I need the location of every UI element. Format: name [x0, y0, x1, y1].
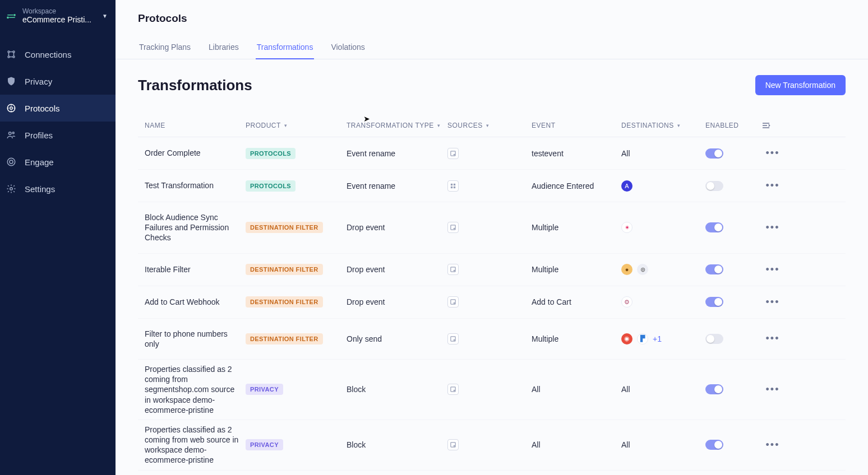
cell-sources [447, 264, 532, 275]
sidebar-item-label: Protocols [25, 104, 60, 113]
col-name[interactable]: NAME [145, 122, 246, 129]
table-settings-button[interactable] [761, 121, 784, 130]
sidebar-item-label: Engage [25, 157, 54, 167]
table-header: NAME PRODUCT▾ TRANSFORMATION TYPE▾ SOURC… [138, 114, 846, 137]
tab-transformations[interactable]: Transformations [256, 37, 315, 59]
col-sources[interactable]: SOURCES▾ [447, 122, 532, 129]
cell-sources [447, 180, 532, 192]
cell-name: Properties classified as 2 coming from w… [145, 425, 246, 465]
col-event[interactable]: EVENT [532, 122, 621, 129]
tab-libraries[interactable]: Libraries [207, 37, 240, 59]
cell-enabled [705, 222, 761, 232]
profiles-icon [6, 129, 17, 141]
product-badge: PROTOCOLS [246, 180, 296, 192]
enabled-toggle[interactable] [705, 222, 723, 232]
tab-violations[interactable]: Violations [330, 37, 366, 59]
svg-point-11 [10, 160, 13, 164]
product-badge: PRIVACY [246, 384, 283, 395]
row-actions-button[interactable]: ••• [761, 333, 784, 344]
cell-event: testevent [532, 149, 621, 158]
product-badge: PROTOCOLS [246, 148, 296, 159]
source-icon [447, 439, 459, 450]
new-transformation-button[interactable]: New Transformation [755, 75, 846, 95]
col-enabled[interactable]: ENABLED [705, 122, 761, 129]
cell-product: DESTINATION FILTER [246, 296, 347, 308]
enabled-toggle[interactable] [705, 440, 723, 450]
workspace-name: eCommerce Pristi... [22, 15, 96, 24]
enabled-toggle[interactable] [705, 384, 723, 394]
sidebar-item-label: Connections [25, 50, 71, 59]
cell-transformation-type: Event rename [347, 149, 447, 158]
cell-transformation-type: Drop event [347, 223, 447, 232]
section-title: Transformations [138, 77, 252, 94]
cell-transformation-type: Block [347, 440, 447, 449]
chevron-down-icon: ▼ [102, 13, 108, 19]
workspace-label: Workspace [22, 8, 96, 15]
tab-tracking-plans[interactable]: Tracking Plans [138, 37, 192, 59]
svg-point-20 [454, 229, 455, 230]
enabled-toggle[interactable] [705, 334, 723, 344]
col-transformation-type[interactable]: TRANSFORMATION TYPE▾ [347, 122, 447, 129]
engage-icon [6, 156, 17, 167]
table-row[interactable]: Order CompletePROTOCOLSEvent renameteste… [138, 137, 846, 170]
enabled-toggle[interactable] [705, 297, 723, 307]
page-title: Protocols [138, 12, 846, 25]
cell-event: All [532, 385, 621, 394]
sidebar-item-engage[interactable]: Engage [0, 148, 116, 175]
table-row[interactable]: Add to Cart WebhookDESTINATION FILTERDro… [138, 286, 846, 319]
sidebar-item-label: Privacy [25, 77, 52, 86]
table-row[interactable]: Properties classified as 2 coming from s… [138, 360, 846, 420]
row-actions-button[interactable]: ••• [761, 384, 784, 395]
table-row[interactable]: Block Audience Sync Failures and Permiss… [138, 202, 846, 254]
source-icon [447, 333, 459, 344]
cell-sources [447, 296, 532, 308]
product-badge: DESTINATION FILTER [246, 296, 323, 308]
cell-name: Properties classified as 2 coming from s… [145, 364, 246, 415]
cell-name: Iterable Filter [145, 264, 246, 274]
svg-point-0 [14, 14, 15, 15]
section-head: Transformations New Transformation [138, 75, 846, 95]
row-actions-button[interactable]: ••• [761, 264, 784, 276]
enabled-toggle[interactable] [705, 148, 723, 159]
cell-event: Multiple [532, 334, 621, 343]
svg-point-26 [454, 339, 455, 341]
row-actions-button[interactable]: ••• [761, 222, 784, 234]
svg-point-30 [454, 446, 455, 447]
sidebar-item-protocols[interactable]: Protocols [0, 95, 116, 122]
destinations-all: All [621, 440, 630, 449]
table-row[interactable]: Properties classified as 2 coming from w… [138, 420, 846, 471]
row-actions-button[interactable]: ••• [761, 180, 784, 192]
destinations-all: All [621, 149, 630, 158]
product-badge: PRIVACY [246, 439, 283, 450]
sidebar-item-connections[interactable]: Connections [0, 41, 116, 68]
svg-rect-18 [454, 186, 455, 188]
svg-point-6 [10, 107, 13, 110]
cell-destinations: All [621, 440, 705, 449]
row-actions-button[interactable]: ••• [761, 147, 784, 159]
svg-point-22 [454, 270, 455, 271]
table-row[interactable]: Filter to phone numbers onlyDESTINATION … [138, 319, 846, 360]
sort-icon: ▾ [677, 123, 681, 128]
workspace-switcher[interactable]: Workspace eCommerce Pristi... ▼ [0, 3, 116, 32]
cell-sources [447, 148, 532, 159]
col-product[interactable]: PRODUCT▾ [246, 122, 347, 129]
cell-enabled [705, 264, 761, 274]
row-actions-button[interactable]: ••• [761, 296, 784, 308]
cell-product: PROTOCOLS [246, 148, 347, 159]
row-actions-button[interactable]: ••• [761, 439, 784, 451]
cell-transformation-type: Only send [347, 334, 447, 343]
destination-icon: A [621, 180, 632, 192]
destinations-more[interactable]: +1 [653, 334, 662, 343]
enabled-toggle[interactable] [705, 181, 723, 191]
table-row[interactable]: Test TransformationPROTOCOLSEvent rename… [138, 170, 846, 202]
sidebar-item-profiles[interactable]: Profiles [0, 122, 116, 148]
table-row[interactable]: Iterable FilterDESTINATION FILTERDrop ev… [138, 254, 846, 286]
cell-destinations: ●⊚ [621, 264, 705, 275]
col-destinations[interactable]: DESTINATIONS▾ [621, 122, 705, 129]
sidebar-item-privacy[interactable]: Privacy [0, 68, 116, 95]
source-icon [447, 180, 459, 192]
section: Transformations New Transformation NAME … [116, 59, 868, 475]
cell-destinations: All [621, 385, 705, 394]
sidebar-item-settings[interactable]: Settings [0, 175, 116, 202]
enabled-toggle[interactable] [705, 264, 723, 274]
